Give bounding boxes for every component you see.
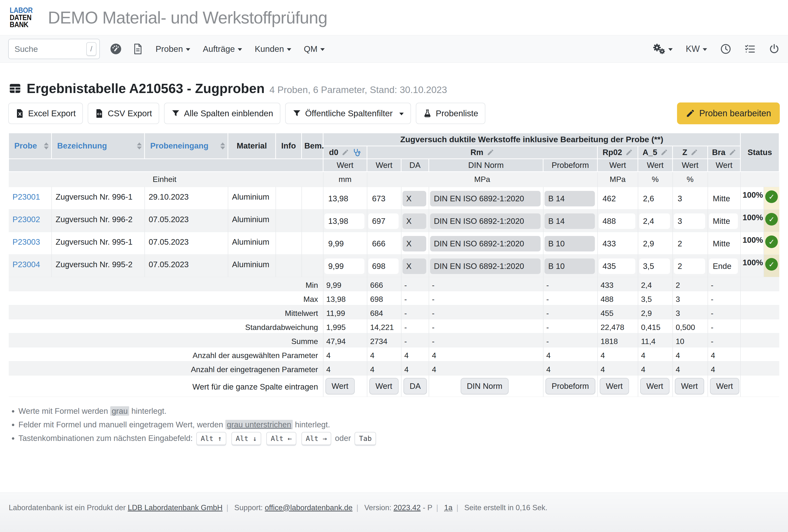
company-link[interactable]: LDB Labordatenbank GmbH [128, 504, 222, 512]
revision-link[interactable]: 1a [444, 504, 452, 512]
a5-input[interactable]: 2,9 [639, 236, 670, 252]
edit-pencil-icon[interactable] [661, 149, 668, 156]
bra-input[interactable]: Mitte [709, 191, 738, 206]
rp02-input[interactable]: 433 [599, 236, 635, 252]
kw-dropdown[interactable]: KW [686, 44, 707, 54]
excel-export-button[interactable]: Excel Export [8, 103, 83, 124]
fill-column-button[interactable]: Wert [710, 378, 739, 394]
rp02-input[interactable]: 462 [599, 191, 635, 206]
edit-pencil-icon[interactable] [729, 149, 736, 156]
z-input[interactable]: 2 [674, 258, 705, 274]
din-norm-field[interactable]: DIN EN ISO 6892-1:2020 [430, 258, 540, 274]
sort-icon[interactable] [220, 142, 225, 150]
edit-pencil-icon[interactable] [625, 149, 633, 156]
sample-link[interactable]: P23003 [13, 237, 40, 247]
probeform-field[interactable]: B 14 [545, 191, 595, 206]
history-clock-icon[interactable] [720, 43, 731, 55]
z-input[interactable]: 3 [674, 191, 705, 206]
rm-input[interactable]: 698 [368, 258, 399, 274]
sample-link-cell: P23004 [9, 255, 52, 277]
z-input[interactable]: 3 [674, 213, 705, 229]
stat-value: 13,98 [323, 291, 367, 305]
fill-column-button[interactable]: Wert [640, 378, 670, 394]
rm-input[interactable]: 697 [368, 213, 399, 229]
d0-input[interactable]: 13,98 [324, 213, 365, 229]
din-norm-field[interactable]: DIN EN ISO 6892-1:2020 [430, 236, 540, 252]
d0-input[interactable]: 9,99 [324, 236, 365, 252]
bra-input[interactable]: Mitte [709, 236, 738, 252]
probeform-field[interactable]: B 10 [545, 236, 595, 252]
param-header-d0: d0 [323, 146, 367, 159]
menu-auftraege[interactable]: Aufträge [203, 44, 242, 54]
rm-input[interactable]: 673 [368, 191, 399, 206]
sample-link[interactable]: P23001 [13, 192, 40, 201]
support-email-link[interactable]: office@labordatenbank.de [265, 504, 353, 512]
din-norm-field[interactable]: DIN EN ISO 6892-1:2020 [430, 213, 540, 229]
show-all-columns-button[interactable]: Alle Spalten einblenden [164, 103, 280, 124]
probeform-field[interactable]: B 14 [545, 213, 595, 229]
da-field[interactable]: X [402, 191, 426, 206]
count-value: 4 [401, 361, 429, 375]
version-link[interactable]: 2023.42 [394, 504, 421, 512]
edit-samples-button[interactable]: Proben bearbeiten [677, 102, 780, 124]
bezeichnung-cell: Zugversuch Nr. 995-1 [52, 232, 145, 255]
public-column-filters-dropdown[interactable]: Öffentliche Spaltenfilter [285, 103, 411, 124]
edit-pencil-icon[interactable] [342, 149, 349, 156]
d0-cell: 13,98 [323, 187, 367, 210]
bra-input[interactable]: Mitte [709, 213, 738, 229]
edit-pencil-icon[interactable] [487, 149, 494, 156]
fill-cell: Wert [673, 375, 708, 397]
fill-column-button[interactable]: Wert [600, 378, 629, 394]
d0-input[interactable]: 9,99 [324, 258, 365, 274]
edit-pencil-icon[interactable] [691, 149, 698, 156]
column-header-status: Status [741, 133, 779, 172]
d0-input[interactable]: 13,98 [324, 191, 365, 206]
stat-value: 11,99 [323, 305, 367, 319]
da-cell: X [401, 210, 429, 232]
count-row-selected: Anzahl der ausgewählten Parameter 444444… [9, 348, 779, 361]
rp02-input[interactable]: 488 [599, 213, 635, 229]
fill-column-button[interactable]: Wert [675, 378, 704, 394]
a5-input[interactable]: 3,5 [639, 258, 670, 274]
a5-input[interactable]: 2,4 [639, 213, 670, 229]
fill-column-button[interactable]: Wert [326, 378, 355, 394]
fill-column-button[interactable]: DA [403, 378, 427, 394]
sort-icon[interactable] [137, 142, 142, 150]
din-norm-field[interactable]: DIN EN ISO 6892-1:2020 [430, 191, 540, 206]
count-value: 4 [429, 348, 543, 361]
dashboard-gauge-icon[interactable] [110, 43, 122, 55]
sample-link[interactable]: P23004 [13, 260, 40, 269]
column-header-probeneingang[interactable]: Probeneingang [145, 133, 228, 159]
fill-column-button[interactable]: DIN Norm [461, 378, 509, 394]
da-field[interactable]: X [402, 213, 426, 229]
settings-gears-dropdown[interactable] [652, 43, 673, 55]
column-header-probe[interactable]: Probe [9, 133, 52, 159]
csv-export-button[interactable]: CSV Export [88, 103, 159, 124]
stethoscope-icon[interactable] [352, 148, 361, 157]
logout-power-icon[interactable] [769, 43, 780, 55]
rm-input[interactable]: 666 [368, 236, 399, 252]
da-field[interactable]: X [402, 258, 426, 274]
document-icon[interactable] [133, 43, 143, 55]
z-input[interactable]: 2 [674, 236, 705, 252]
a5-input[interactable]: 2,6 [639, 191, 670, 206]
fill-column-button[interactable]: Probeform [546, 378, 595, 394]
probeform-field[interactable]: B 10 [545, 258, 595, 274]
sort-icon[interactable] [44, 142, 49, 150]
bra-input[interactable]: Ende [709, 258, 738, 274]
sample-link[interactable]: P23002 [13, 215, 40, 224]
rp02-input[interactable]: 435 [599, 258, 635, 274]
stat-value: 1818 [597, 333, 638, 348]
menu-kunden[interactable]: Kunden [255, 44, 291, 54]
fill-column-button[interactable]: Wert [369, 378, 399, 394]
fill-cell: Wert [367, 375, 401, 397]
sample-list-button[interactable]: Probenliste [416, 103, 485, 124]
labordatenbank-logo[interactable]: LABOR DATEN BANK [10, 7, 33, 28]
tasks-checklist-icon[interactable] [744, 43, 755, 55]
menu-proben[interactable]: Proben [156, 44, 190, 54]
stat-label: Standardabweichung [9, 319, 323, 333]
material-cell: Aluminium [228, 210, 276, 232]
column-header-bezeichnung[interactable]: Bezeichnung [52, 133, 145, 159]
menu-qm[interactable]: QM [304, 44, 325, 54]
da-field[interactable]: X [402, 236, 426, 252]
